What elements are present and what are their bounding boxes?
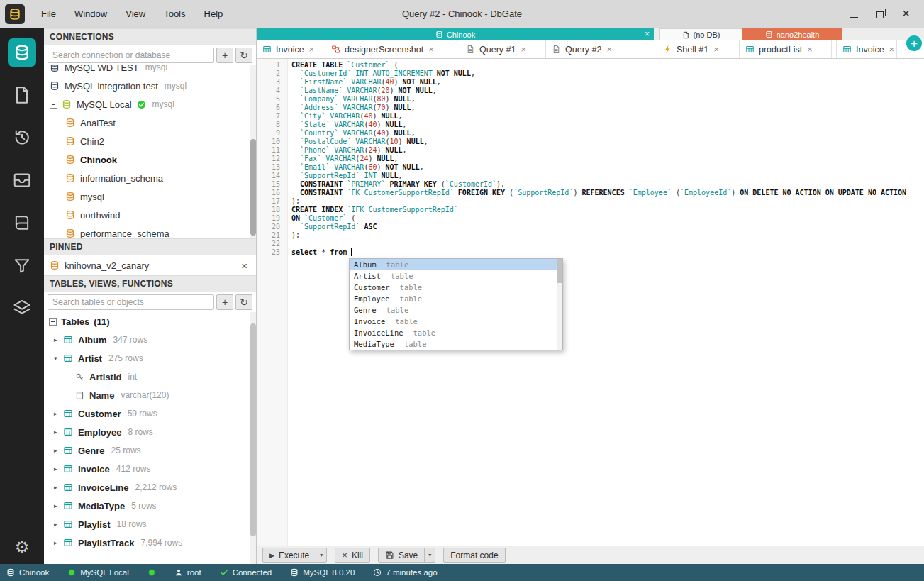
unpin-close-icon[interactable]: ×: [241, 260, 250, 272]
table-item-genre[interactable]: ▸Genre25 rows: [44, 441, 256, 460]
refresh-connections-button[interactable]: ↻: [235, 48, 252, 63]
menu-window[interactable]: Window: [65, 0, 116, 28]
menu-help[interactable]: Help: [195, 0, 233, 28]
scrollbar-thumb[interactable]: [557, 259, 562, 283]
chevron-right-icon[interactable]: ▸: [54, 502, 63, 509]
autocomplete-scrollbar[interactable]: [557, 259, 562, 350]
connections-search-input[interactable]: [48, 48, 214, 63]
autocomplete-item-invoiceline[interactable]: InvoiceLinetable: [350, 327, 562, 338]
tab-group-chinook[interactable]: Chinook×: [257, 28, 654, 40]
status-chinook[interactable]: Chinook: [6, 568, 49, 577]
table-item-playlist[interactable]: ▸Playlist18 rows: [44, 515, 256, 533]
connection-item-chin2[interactable]: Chin2: [44, 132, 256, 150]
tables-group-header[interactable]: Tables(11): [44, 312, 256, 331]
rail-layers-icon[interactable]: [12, 298, 32, 318]
chevron-right-icon[interactable]: ▸: [54, 521, 63, 528]
add-table-button[interactable]: +: [216, 294, 233, 310]
kill-button[interactable]: ×Kill: [335, 548, 370, 563]
collapse-minus-icon[interactable]: [50, 101, 57, 109]
status-mysql-8-0-20[interactable]: MySQL 8.0.20: [290, 568, 355, 577]
save-dropdown-button[interactable]: ▾: [424, 548, 435, 562]
table-item-invoice[interactable]: ▸Invoice412 rows: [44, 460, 256, 478]
connection-item-information-schema[interactable]: information_schema: [44, 169, 256, 187]
close-group-icon[interactable]: ×: [645, 29, 650, 39]
status-7-minutes-ago[interactable]: 7 minutes ago: [373, 568, 437, 577]
connection-item-mysql[interactable]: mysql: [44, 187, 256, 206]
tab-productlist[interactable]: productList×: [739, 40, 832, 58]
status-root[interactable]: root: [174, 568, 201, 577]
rail-notebook-icon[interactable]: [12, 213, 32, 233]
connection-item-analtest[interactable]: AnalTest: [44, 114, 256, 132]
chevron-right-icon[interactable]: ▸: [54, 410, 63, 417]
minimize-button[interactable]: [850, 11, 858, 18]
chevron-right-icon[interactable]: ▸: [54, 336, 63, 343]
tab-invoice[interactable]: Invoice×: [836, 40, 897, 58]
chevron-right-icon[interactable]: ▸: [54, 428, 63, 436]
scrollbar-thumb[interactable]: [250, 323, 256, 536]
table-item-invoiceline[interactable]: ▸InvoiceLine2,212 rows: [44, 478, 256, 497]
status-connected[interactable]: Connected: [220, 568, 272, 577]
close-tab-icon[interactable]: ×: [309, 44, 315, 55]
table-item-playlisttrack[interactable]: ▸PlaylistTrack7,994 rows: [44, 533, 256, 552]
scrollbar-thumb[interactable]: [250, 139, 256, 236]
table-item-artist[interactable]: ▾Artist275 rows: [44, 349, 256, 367]
tab-designerscreenshot[interactable]: designerScreenshot×: [325, 40, 460, 58]
autocomplete-item-genre[interactable]: Genretable: [350, 304, 562, 316]
new-tab-button[interactable]: +: [906, 35, 922, 51]
connection-item-mysql-wd-test[interactable]: MySQL WD TESTmysql: [44, 65, 256, 77]
save-button[interactable]: Save ▾: [378, 548, 435, 563]
connection-item-mysql-local[interactable]: MySQL Localmysql: [44, 95, 256, 114]
tab-group-nano2health[interactable]: nano2health: [742, 28, 842, 40]
menu-tools[interactable]: Tools: [155, 0, 194, 28]
close-tab-icon[interactable]: ×: [606, 44, 612, 55]
connection-item-performance-schema[interactable]: performance_schema: [44, 224, 256, 238]
rail-files-icon[interactable]: [12, 85, 32, 105]
tables-scrollbar[interactable]: [250, 312, 256, 564]
tab-query-1[interactable]: Query #1×: [460, 40, 546, 58]
table-item-album[interactable]: ▸Album347 rows: [44, 331, 256, 349]
autocomplete-item-customer[interactable]: Customertable: [350, 282, 562, 293]
tab-shell-1[interactable]: Shell #1×: [657, 40, 733, 58]
format-code-button[interactable]: Format code: [443, 548, 505, 563]
table-item-customer[interactable]: ▸Customer59 rows: [44, 404, 256, 423]
column-item-name[interactable]: Namevarchar(120): [44, 386, 256, 404]
rail-history-icon[interactable]: [12, 128, 32, 148]
connection-item-mysql-integration-test[interactable]: MySQL integration testmysql: [44, 77, 256, 95]
tab-query-2-active[interactable]: Query #2×: [546, 40, 638, 58]
collapse-minus-icon[interactable]: [49, 318, 57, 326]
autocomplete-item-album[interactable]: Albumtable: [350, 259, 562, 270]
autocomplete-item-employee[interactable]: Employeetable: [350, 293, 562, 304]
close-tab-icon[interactable]: ×: [521, 44, 526, 55]
status-green-dot[interactable]: [147, 568, 156, 577]
menu-file[interactable]: File: [32, 0, 65, 28]
column-item-artistid[interactable]: ArtistIdint: [44, 367, 256, 386]
maximize-button[interactable]: [876, 11, 884, 18]
close-tab-icon[interactable]: ×: [713, 44, 719, 55]
autocomplete-item-artist[interactable]: Artisttable: [350, 270, 562, 282]
chevron-right-icon[interactable]: ▸: [54, 539, 63, 546]
table-item-employee[interactable]: ▸Employee8 rows: [44, 423, 256, 441]
close-window-button[interactable]: ×: [902, 6, 910, 20]
connection-item-chinook[interactable]: Chinook: [44, 150, 256, 169]
autocomplete-item-mediatype[interactable]: MediaTypetable: [350, 338, 562, 350]
execute-button[interactable]: ▶Execute ▾: [262, 548, 327, 563]
close-tab-icon[interactable]: ×: [889, 44, 895, 55]
chevron-right-icon[interactable]: ▸: [54, 484, 63, 491]
autocomplete-item-invoice[interactable]: Invoicetable: [350, 316, 562, 327]
connection-item-northwind[interactable]: northwind: [44, 206, 256, 224]
chevron-right-icon[interactable]: ▸: [54, 447, 63, 454]
status-mysql-local[interactable]: MySQL Local: [67, 568, 129, 577]
rail-archive-icon[interactable]: [12, 170, 32, 190]
menu-view[interactable]: View: [116, 0, 155, 28]
rail-connections-icon[interactable]: [8, 38, 36, 67]
execute-dropdown-button[interactable]: ▾: [316, 548, 326, 562]
settings-gear-icon[interactable]: ⚙: [15, 539, 30, 555]
tab-group-no-db[interactable]: (no DB): [659, 28, 742, 40]
table-item-mediatype[interactable]: ▸MediaType5 rows: [44, 497, 256, 515]
rail-filter-icon[interactable]: [12, 255, 32, 275]
pinned-item-knihovna-v2-canary[interactable]: knihovna_v2_canary×: [44, 255, 256, 275]
close-tab-icon[interactable]: ×: [807, 44, 813, 55]
chevron-down-icon[interactable]: ▾: [54, 355, 63, 362]
chevron-right-icon[interactable]: ▸: [54, 465, 63, 472]
tab-invoice[interactable]: Invoice×: [257, 40, 325, 58]
